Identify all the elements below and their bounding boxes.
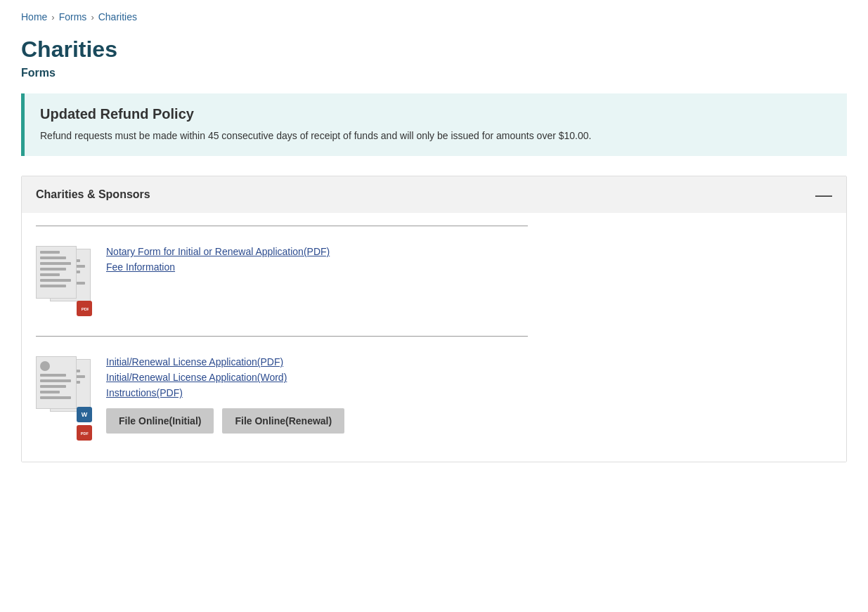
button-row: File Online(Initial) File Online(Renewal…: [106, 408, 344, 434]
file-online-renewal-button[interactable]: File Online(Renewal): [222, 408, 344, 434]
form-links-2: Initial/Renewal License Application(PDF)…: [106, 356, 344, 398]
accordion-body: PDF Notary Form for Initial or Renewal A…: [22, 226, 846, 462]
svg-text:PDF: PDF: [81, 431, 89, 436]
breadcrumb-charities[interactable]: Charities: [98, 11, 137, 22]
breadcrumb-forms[interactable]: Forms: [59, 11, 87, 22]
svg-text:PDF: PDF: [82, 307, 89, 311]
breadcrumb-home[interactable]: Home: [21, 11, 47, 22]
link-notary-form[interactable]: Notary Form for Initial or Renewal Appli…: [106, 246, 330, 257]
page-title: Charities: [21, 37, 847, 63]
accordion-charities-sponsors: Charities & Sponsors —: [21, 176, 847, 462]
pdf-badge-2: PDF: [77, 425, 92, 441]
breadcrumb: Home › Forms › Charities: [21, 11, 847, 22]
notice-title: Updated Refund Policy: [40, 106, 591, 122]
link-fee-information[interactable]: Fee Information: [106, 261, 330, 273]
accordion-toggle-icon: —: [815, 186, 832, 203]
page-subtitle: Forms: [21, 67, 847, 79]
breadcrumb-sep-1: ›: [51, 12, 54, 22]
link-instructions-pdf[interactable]: Instructions(PDF): [106, 387, 344, 398]
form-links-1: Notary Form for Initial or Renewal Appli…: [106, 246, 330, 273]
pdf-badge-1: PDF: [77, 301, 92, 316]
breadcrumb-sep-2: ›: [91, 12, 93, 22]
link-initial-renewal-pdf[interactable]: Initial/Renewal License Application(PDF): [106, 356, 344, 367]
notice-box: Updated Refund Policy Refund requests mu…: [21, 93, 847, 156]
divider-1: [36, 226, 528, 226]
form-links-buttons-2: Initial/Renewal License Application(PDF)…: [106, 356, 344, 434]
accordion-header-title: Charities & Sponsors: [36, 188, 150, 201]
accordion-header[interactable]: Charities & Sponsors —: [22, 176, 846, 213]
link-initial-renewal-word[interactable]: Initial/Renewal License Application(Word…: [106, 372, 344, 383]
word-badge: W: [77, 407, 92, 422]
divider-2: [36, 336, 528, 337]
doc-thumbnail-2: W PDF: [36, 356, 92, 441]
file-online-initial-button[interactable]: File Online(Initial): [106, 408, 214, 434]
doc-thumbnail-1: PDF: [36, 246, 92, 316]
notice-text: Refund requests must be made within 45 c…: [40, 128, 591, 143]
form-item-2: W PDF Initial/Renewal License Applicatio: [36, 349, 832, 448]
form-item-1: PDF Notary Form for Initial or Renewal A…: [36, 239, 832, 323]
